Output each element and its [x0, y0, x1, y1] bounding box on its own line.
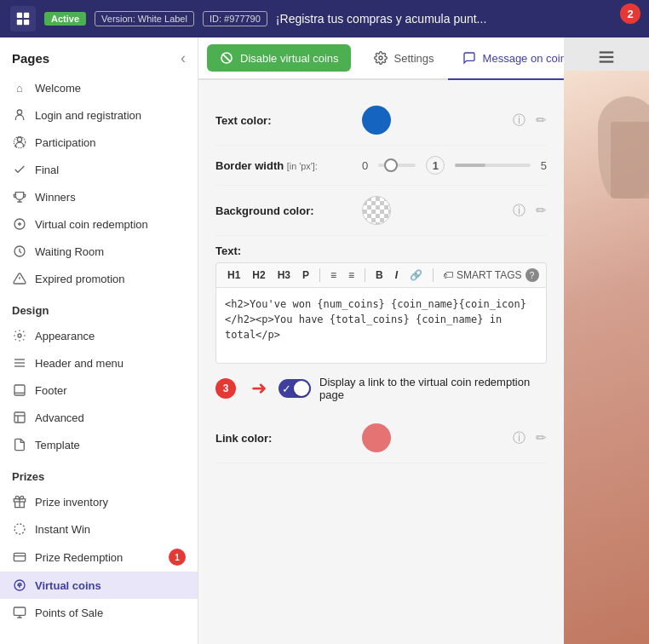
smart-tags-button[interactable]: 🏷 SMART TAGS ? — [443, 268, 538, 282]
prizes-section-title: Prizes — [0, 458, 198, 488]
sidebar-pages-header: Pages ‹ — [0, 37, 198, 74]
sidebar-item-label: Instant Win — [35, 523, 90, 536]
settings-icon — [373, 50, 388, 66]
header-menu-icon — [12, 355, 27, 371]
sidebar-item-label: Expired promotion — [35, 273, 125, 285]
sidebar-item-label: Appearance — [35, 330, 95, 342]
sidebar-item-instant-win[interactable]: Instant Win — [0, 515, 198, 543]
sidebar-item-virtual-coin-redemption[interactable]: Virtual coin redemption — [0, 210, 198, 238]
toolbar-h2[interactable]: H2 — [248, 267, 269, 283]
sidebar-item-label: Header and menu — [35, 357, 123, 370]
home-icon: ⌂ — [12, 80, 27, 95]
text-color-info-icon[interactable]: ⓘ — [513, 112, 526, 129]
sidebar-item-label: Login and registration — [35, 109, 141, 122]
toolbar-link[interactable]: 🔗 — [405, 267, 427, 283]
design-section-title: Design — [0, 292, 198, 322]
text-color-label: Text color: — [215, 114, 352, 127]
svg-rect-15 — [14, 385, 25, 395]
text-section-label: Text: — [215, 236, 547, 262]
toolbar-h1[interactable]: H1 — [223, 267, 244, 283]
toolbar-sep3 — [433, 268, 434, 282]
content-panel: Disable virtual coins Settings Message o… — [198, 37, 564, 644]
sidebar-item-prize-inventory[interactable]: Prize inventory — [0, 488, 198, 515]
text-color-swatch[interactable] — [362, 106, 391, 135]
border-right-track[interactable] — [455, 164, 530, 167]
text-color-value — [362, 106, 503, 135]
message-icon — [462, 50, 477, 66]
template-icon — [12, 437, 27, 452]
border-slider-thumb[interactable] — [384, 158, 398, 172]
link-color-edit-icon[interactable]: ✏ — [536, 430, 547, 446]
svg-rect-0 — [17, 13, 22, 18]
hamburger-icon[interactable] — [597, 48, 616, 71]
sidebar-item-label: Points of Sale — [35, 607, 103, 619]
svg-rect-2 — [17, 20, 22, 25]
sidebar-item-header-menu[interactable]: Header and menu — [0, 349, 198, 377]
sidebar-item-appearance[interactable]: Appearance — [0, 322, 198, 349]
svg-point-5 — [17, 137, 21, 141]
svg-point-22 — [14, 524, 25, 534]
sidebar-item-login[interactable]: Login and registration — [0, 101, 198, 129]
smart-tags-help-icon[interactable]: ? — [526, 268, 539, 282]
sidebar-item-prize-redemption[interactable]: Prize Redemption 1 — [0, 543, 198, 572]
pages-section-title: Pages — [12, 51, 49, 66]
sidebar-item-label: Winners — [35, 191, 76, 204]
notification-badge[interactable]: 2 — [620, 3, 640, 24]
toolbar-list-ul[interactable]: ≡ — [326, 267, 341, 283]
sidebar-item-label: Virtual coins — [35, 579, 101, 592]
sidebar-item-advanced[interactable]: Advanced — [0, 404, 198, 431]
sidebar-item-label: Advanced — [35, 411, 84, 424]
sidebar-item-virtual-coins[interactable]: Virtual coins — [0, 572, 198, 599]
toggle-knob — [294, 381, 309, 396]
toolbar-sep2 — [365, 268, 365, 282]
toolbar-p[interactable]: P — [298, 267, 313, 283]
gift-icon — [12, 494, 27, 509]
sidebar-item-label: Waiting Room — [35, 245, 104, 258]
smart-tags-label: SMART TAGS — [457, 269, 521, 281]
toggle-switch[interactable]: ✓ — [279, 379, 311, 398]
message-tab-label: Message on coin earning — [483, 52, 564, 65]
tab-settings[interactable]: Settings — [359, 37, 448, 80]
tab-message[interactable]: Message on coin earning — [448, 37, 564, 80]
disable-btn-label: Disable virtual coins — [240, 52, 339, 65]
sidebar-item-welcome[interactable]: ⌂ Welcome — [0, 74, 198, 101]
toolbar-h3[interactable]: H3 — [273, 267, 295, 283]
svg-point-4 — [17, 110, 21, 114]
sidebar-item-label: Virtual coin redemption — [35, 218, 148, 231]
bg-color-edit-icon[interactable]: ✏ — [536, 203, 547, 218]
right-panel — [564, 37, 649, 644]
sidebar-item-expired[interactable]: Expired promotion — [0, 265, 198, 292]
toolbar-bold[interactable]: B — [371, 267, 388, 283]
sidebar-item-waiting-room[interactable]: Waiting Room — [0, 238, 198, 265]
sidebar-item-points-of-sale[interactable]: Points of Sale — [0, 599, 198, 626]
participation-icon — [12, 135, 27, 150]
sidebar-item-final[interactable]: Final — [0, 156, 198, 183]
toolbar-sep1 — [319, 268, 320, 282]
status-badge: Active — [44, 12, 86, 26]
preview-image — [564, 71, 649, 644]
toolbar-list-ol[interactable]: ≡ — [344, 267, 359, 283]
sidebar-item-participation[interactable]: Participation — [0, 129, 198, 156]
editor-body[interactable]: <h2>You've won {num_coins} {coin_name}{c… — [215, 287, 547, 364]
background-color-swatch[interactable] — [362, 196, 391, 225]
border-slider-track[interactable] — [378, 164, 416, 167]
text-color-edit-icon[interactable]: ✏ — [536, 112, 547, 128]
disable-virtual-coins-button[interactable]: Disable virtual coins — [207, 44, 351, 72]
svg-point-11 — [18, 334, 21, 337]
step-3-badge: 3 — [215, 378, 236, 399]
pos-icon — [12, 605, 27, 620]
sidebar-item-template[interactable]: Template — [0, 431, 198, 458]
bg-color-info-icon[interactable]: ⓘ — [513, 203, 526, 219]
toolbar-italic[interactable]: I — [391, 267, 402, 283]
alert-icon — [12, 271, 27, 286]
link-color-value — [362, 423, 503, 452]
sidebar-item-winners[interactable]: Winners — [0, 183, 198, 210]
sidebar-item-label: Participation — [35, 136, 96, 149]
sidebar-item-footer[interactable]: Footer — [0, 377, 198, 404]
form-area: Text color: ⓘ ✏ Border width [in 'px']: … — [198, 80, 564, 479]
sidebar-collapse-icon[interactable]: ‹ — [181, 49, 186, 67]
link-color-swatch[interactable] — [362, 423, 391, 452]
version-badge: Version: White Label — [95, 11, 194, 26]
border-max: 5 — [541, 159, 547, 172]
link-color-info-icon[interactable]: ⓘ — [513, 430, 526, 446]
